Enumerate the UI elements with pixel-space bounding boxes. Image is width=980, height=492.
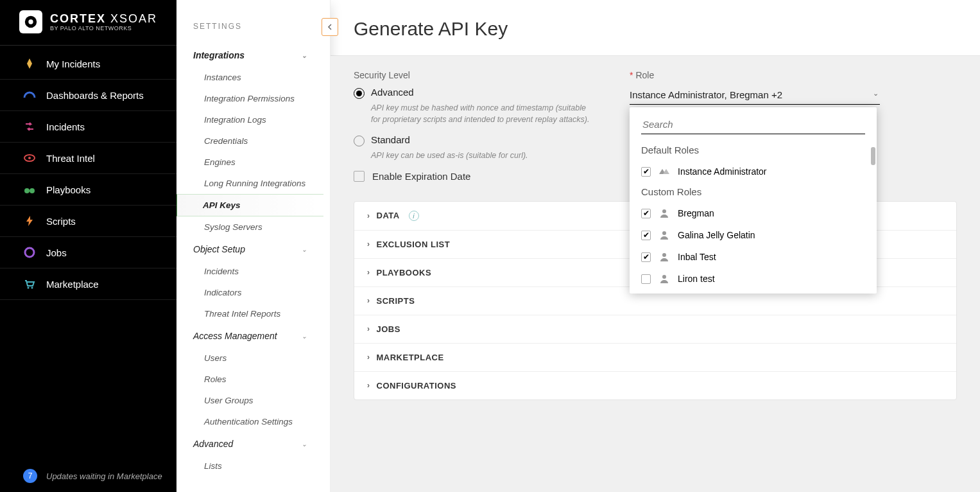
fire-icon <box>23 57 36 70</box>
role-icon <box>658 273 670 285</box>
svg-point-9 <box>662 209 666 213</box>
page-header: Generate API Key <box>331 0 980 56</box>
sidebar-main: CORTEX XSOAR BY PALO ALTO NETWORKS My In… <box>0 0 176 492</box>
brand-logo[interactable]: CORTEX XSOAR BY PALO ALTO NETWORKS <box>0 0 176 46</box>
svg-point-10 <box>662 231 666 235</box>
checkbox <box>641 231 651 240</box>
brand-byline: BY PALO ALTO NETWORKS <box>50 26 157 31</box>
circle-icon <box>23 246 36 259</box>
role-option-label: Galina Jelly Gelatin <box>678 230 755 240</box>
nav-item-label: Playbooks <box>46 184 90 195</box>
nav-item-scripts[interactable]: Scripts <box>0 206 176 237</box>
settings-item-indicators[interactable]: Indicators <box>176 282 323 303</box>
gauge-icon <box>23 89 36 101</box>
nav-item-label: Marketplace <box>46 279 99 290</box>
brand-name: CORTEX <box>50 12 106 25</box>
updates-count-badge: 7 <box>23 469 37 483</box>
svg-point-8 <box>31 287 33 289</box>
role-option-bregman[interactable]: Bregman <box>630 202 877 224</box>
settings-item-instances[interactable]: Instances <box>176 67 323 88</box>
nav-item-label: Jobs <box>46 247 67 258</box>
role-select-value: Instance Administrator, Bregman +2 <box>630 89 782 100</box>
settings-item-integration-permissions[interactable]: Integration Permissions <box>176 88 323 109</box>
role-option-label: Inbal Test <box>678 252 716 262</box>
chevron-down-icon: ⌄ <box>302 246 307 253</box>
role-label-row: *Role <box>630 70 880 80</box>
nav-item-jobs[interactable]: Jobs <box>0 237 176 268</box>
settings-heading: SETTINGS <box>176 0 330 37</box>
nav-item-incidents[interactable]: Incidents <box>0 111 176 143</box>
chevron-right-icon: › <box>367 268 370 277</box>
settings-item-authentication-settings[interactable]: Authentication Settings <box>176 411 323 432</box>
radio-advanced[interactable]: Advanced <box>354 87 591 99</box>
enable-expiration-checkbox[interactable]: Enable Expiration Date <box>354 171 591 182</box>
svg-point-6 <box>25 248 34 257</box>
enable-expiration-label: Enable Expiration Date <box>372 171 470 182</box>
settings-item-credentials[interactable]: Credentials <box>176 130 323 152</box>
settings-item-incidents[interactable]: Incidents <box>176 261 323 282</box>
nav-item-my-incidents[interactable]: My Incidents <box>0 48 176 80</box>
accordion-jobs[interactable]: ›JOBS <box>354 315 956 344</box>
brand-product: XSOAR <box>110 12 157 25</box>
security-level-label: Security Level <box>354 70 591 80</box>
settings-item-engines[interactable]: Engines <box>176 152 323 173</box>
role-label: Role <box>635 70 654 80</box>
role-icon <box>658 207 670 219</box>
svg-point-5 <box>30 188 35 193</box>
radio-standard-circle <box>354 136 365 146</box>
page-title: Generate API Key <box>354 18 957 40</box>
settings-group-object-setup[interactable]: Object Setup⌄ <box>176 238 323 261</box>
info-icon[interactable]: i <box>409 211 419 221</box>
accordion-configurations[interactable]: ›CONFIGURATIONS <box>354 372 956 400</box>
role-option-inbal-test[interactable]: Inbal Test <box>630 246 877 268</box>
radio-advanced-circle <box>354 88 365 99</box>
updates-banner[interactable]: 7 Updates waiting in Marketplace <box>0 460 176 492</box>
settings-group-advanced[interactable]: Advanced⌄ <box>176 432 323 455</box>
nav-item-label: Scripts <box>46 216 76 227</box>
nav-item-marketplace[interactable]: Marketplace <box>0 268 176 300</box>
binoc-icon <box>23 183 36 196</box>
settings-item-users[interactable]: Users <box>176 347 323 369</box>
checkbox <box>641 252 651 262</box>
dd-section-custom-roles: Custom Roles <box>630 182 877 202</box>
settings-item-user-groups[interactable]: User Groups <box>176 390 323 411</box>
role-option-instance-administrator[interactable]: Instance Administrator <box>630 161 877 182</box>
settings-item-api-keys[interactable]: API Keys <box>176 194 323 216</box>
settings-item-long-running-integrations[interactable]: Long Running Integrations <box>176 173 323 194</box>
accordion-marketplace[interactable]: ›MARKETPLACE <box>354 344 956 372</box>
accordion-label: JOBS <box>377 324 400 334</box>
settings-group-label: Advanced <box>193 439 233 449</box>
role-option-liron-test[interactable]: Liron test <box>630 268 877 290</box>
chevron-right-icon: › <box>367 353 370 362</box>
nav-item-playbooks[interactable]: Playbooks <box>0 174 176 206</box>
checkbox <box>641 209 651 218</box>
brand-logo-text: CORTEX XSOAR BY PALO ALTO NETWORKS <box>50 13 157 31</box>
role-option-label: Instance Administrator <box>678 166 767 177</box>
role-dropdown-panel: Default Roles Instance Administrator Cus… <box>630 107 877 294</box>
role-option-galina-jelly-gelatin[interactable]: Galina Jelly Gelatin <box>630 224 877 246</box>
nav-item-threat-intel[interactable]: Threat Intel <box>0 143 176 174</box>
bolt-icon <box>23 215 36 227</box>
nav-item-dashboards-reports[interactable]: Dashboards & Reports <box>0 80 176 111</box>
radio-advanced-label: Advanced <box>371 87 414 98</box>
role-select[interactable]: Instance Administrator, Bregman +2 ⌄ <box>630 87 880 105</box>
svg-point-7 <box>28 287 30 289</box>
radio-standard-label: Standard <box>371 134 410 145</box>
nav-item-label: My Incidents <box>46 58 100 69</box>
settings-group-integrations[interactable]: Integrations⌄ <box>176 44 323 67</box>
svg-point-4 <box>24 188 30 193</box>
role-search-input[interactable] <box>641 116 865 134</box>
settings-item-syslog-servers[interactable]: Syslog Servers <box>176 216 323 238</box>
collapse-settings-button[interactable] <box>322 18 338 36</box>
chevron-down-icon: ⌄ <box>302 441 307 448</box>
settings-item-roles[interactable]: Roles <box>176 369 323 390</box>
settings-item-threat-intel-reports[interactable]: Threat Intel Reports <box>176 303 323 324</box>
settings-group-label: Integrations <box>193 50 245 60</box>
scrollbar-thumb[interactable] <box>871 147 875 165</box>
radio-standard[interactable]: Standard <box>354 134 591 146</box>
accordion-label: EXCLUSION LIST <box>377 240 451 249</box>
settings-group-access-management[interactable]: Access Management⌄ <box>176 324 323 347</box>
svg-point-3 <box>28 157 31 159</box>
settings-item-lists[interactable]: Lists <box>176 455 323 477</box>
settings-item-integration-logs[interactable]: Integration Logs <box>176 109 323 130</box>
